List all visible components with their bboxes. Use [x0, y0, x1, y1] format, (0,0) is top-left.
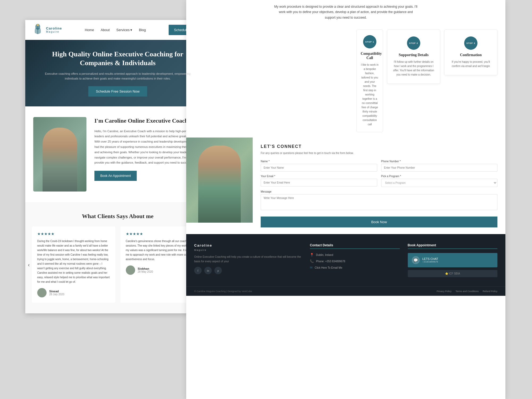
phone-group: Phone Number *: [381, 160, 498, 172]
svg-point-1: [37, 24, 39, 26]
message-input[interactable]: [261, 194, 497, 210]
footer-brand-desc: Online Executive Coaching will help you …: [194, 255, 302, 264]
reviewer-date-1: 28 July 2020: [49, 293, 64, 296]
logo-area: Caroline Maguire: [32, 23, 62, 36]
lets-chat-number: +353834899678: [422, 260, 438, 263]
email-group: Your Email *: [261, 175, 377, 187]
step-2-circle: STEP 2: [407, 36, 420, 50]
testimonial-card-1: ★★★★★ During the Covid-19 lockdown I tho…: [32, 226, 115, 303]
footer-logo-surname: Maguire: [194, 249, 302, 251]
stars-1: ★★★★★: [37, 232, 110, 236]
nav-blog[interactable]: Blog: [139, 28, 146, 32]
book-now-button[interactable]: Book Now: [261, 217, 497, 227]
contact-image: [186, 138, 253, 223]
step-3-label: STEP 3: [466, 42, 475, 44]
program-select[interactable]: Select a Program Executive Coaching Lead…: [381, 179, 498, 187]
step-3-title: Confirmation: [450, 53, 492, 57]
steps-row: STEP 1 Compatiblity Call I like to work …: [194, 30, 497, 132]
nav-about[interactable]: About: [101, 28, 110, 32]
testimonial-text-1: During the Covid-19 lockdown I thought w…: [37, 239, 110, 284]
nav-home[interactable]: Home: [85, 28, 94, 32]
refund-link[interactable]: Refund Policy: [483, 290, 497, 293]
location-icon: 📍: [310, 253, 314, 257]
footer-phone: 📞 Phone: +353 834899678: [310, 259, 400, 263]
contact-form-area: LET'S CONNECT For any queries or questio…: [253, 138, 505, 234]
step-2-desc: I'll follow up with further details on h…: [393, 60, 435, 77]
chat-icon: 💬: [412, 256, 420, 264]
footer-bottom: © Caroline Maguire Coaching | Designed b…: [186, 286, 505, 296]
reviewer-name-2: Siobhan: [138, 267, 153, 270]
name-input[interactable]: [261, 164, 377, 172]
footer-logo-name: Caroline: [194, 243, 302, 247]
page-wrapper: Caroline Maguire Home About Services ▾ B…: [0, 0, 532, 399]
testimonial-prev-button[interactable]: ‹: [28, 261, 30, 268]
step-1-label: STEP 1: [365, 41, 374, 43]
contact-section: LET'S CONNECT For any queries or questio…: [186, 138, 505, 234]
linkedin-icon[interactable]: in: [204, 267, 212, 274]
terms-link[interactable]: Terms and Conditions: [455, 290, 479, 293]
reviewer-date-2: 28 May 2020: [138, 270, 153, 273]
reviewer-name-1: Sinead: [49, 290, 64, 293]
steps-intro-text: My work procedure is designed to provide…: [266, 0, 426, 26]
nav-services[interactable]: Services ▾: [116, 28, 132, 32]
hero-content: High Quality Online Executive Coaching f…: [25, 44, 210, 102]
step-1-circle: STEP 1: [363, 35, 376, 48]
contact-form: Name * Phone Number * Your Email *: [261, 160, 497, 227]
facebook-icon[interactable]: f: [194, 267, 202, 274]
main-site: Caroline Maguire Home About Services ▾ B…: [25, 20, 210, 313]
logo-icon: [32, 23, 44, 36]
step-3-desc: If you're happy to proceed, you'll confi…: [450, 60, 492, 68]
steps-wrapper: STEP 1 Compatiblity Call I like to work …: [186, 26, 505, 138]
about-person-image: [43, 128, 77, 192]
footer-contact: Contact Details 📍 Dublin, Ireland 📞 Phon…: [310, 243, 400, 277]
book-section-title: Book Appointment: [408, 243, 498, 249]
step-card-2: STEP 2 Supporting Details I'll follow up…: [387, 30, 440, 84]
reviewer-1: Sinead 28 July 2020: [37, 288, 110, 297]
program-group: Pick a Program * Select a Program Execut…: [381, 175, 498, 187]
step-2-label: STEP 2: [409, 42, 418, 44]
footer-email[interactable]: ✉ Click Here To Email Me: [310, 266, 400, 269]
phone-label: Phone Number *: [381, 160, 498, 163]
email-program-row: Your Email * Pick a Program * Select a P…: [261, 175, 497, 187]
footer-links: Privacy Policy Terms and Conditions Refu…: [437, 290, 497, 293]
name-group: Name *: [261, 160, 377, 172]
name-label: Name *: [261, 160, 377, 163]
right-panel: My work procedure is designed to provide…: [186, 0, 505, 399]
footer-badge: ⭐ ICF SBIA: [408, 270, 498, 277]
phone-input[interactable]: [381, 164, 498, 172]
step-1-title: Compatiblity Call: [361, 52, 379, 60]
chevron-down-icon: ▾: [130, 28, 132, 32]
reviewer-avatar-2: [126, 265, 135, 275]
footer-book: Book Appointment 💬 LETS CHAT +3538348996…: [408, 243, 498, 277]
email-input[interactable]: [261, 179, 377, 186]
privacy-link[interactable]: Privacy Policy: [437, 290, 451, 293]
step-card-1-partial: STEP 1 Compatiblity Call I like to work …: [356, 30, 383, 132]
book-appointment-button[interactable]: Book An Appointment: [94, 171, 137, 181]
navbar: Caroline Maguire Home About Services ▾ B…: [25, 20, 210, 40]
contact-person-image: [198, 146, 241, 223]
message-group: Message: [261, 190, 497, 211]
step-1-desc: I like to work in a bespoke fashion, tai…: [361, 63, 379, 127]
step-3-circle: STEP 3: [464, 36, 477, 50]
testimonials-grid: ‹ ★★★★★ During the Covid-19 lockdown I t…: [32, 226, 203, 303]
footer: Caroline Maguire Online Executive Coachi…: [186, 234, 505, 286]
footer-location: 📍 Dublin, Ireland: [310, 253, 400, 257]
name-phone-row: Name * Phone Number *: [261, 160, 497, 172]
lets-chat-button[interactable]: 💬 LETS CHAT +353834899678: [408, 253, 498, 267]
reviewer-avatar-1: [37, 288, 47, 297]
about-image: [33, 117, 86, 192]
contact-section-title: Contact Details: [310, 243, 400, 249]
step-2-title: Supporting Details: [393, 53, 435, 57]
nav-links: Home About Services ▾ Blog: [85, 27, 146, 32]
badge-text: ⭐ ICF SBIA: [445, 272, 460, 275]
about-section: I'm Caroline Online Executive Coach Hell…: [25, 106, 210, 202]
testimonials-title: What Clients Says About me: [32, 213, 203, 220]
lets-chat-label: LETS CHAT: [422, 257, 438, 260]
email-icon: ✉: [310, 266, 313, 269]
hero-section: High Quality Online Executive Coaching f…: [25, 40, 210, 106]
hero-cta-button[interactable]: Schedule Free Session Now: [88, 86, 147, 97]
copyright-text: © Caroline Maguire Coaching | Designed b…: [194, 290, 252, 293]
lets-connect-subtitle: For any queries or questions please feel…: [261, 151, 497, 155]
pinterest-icon[interactable]: p: [214, 267, 222, 274]
hero-title: High Quality Online Executive Coaching f…: [41, 50, 194, 68]
